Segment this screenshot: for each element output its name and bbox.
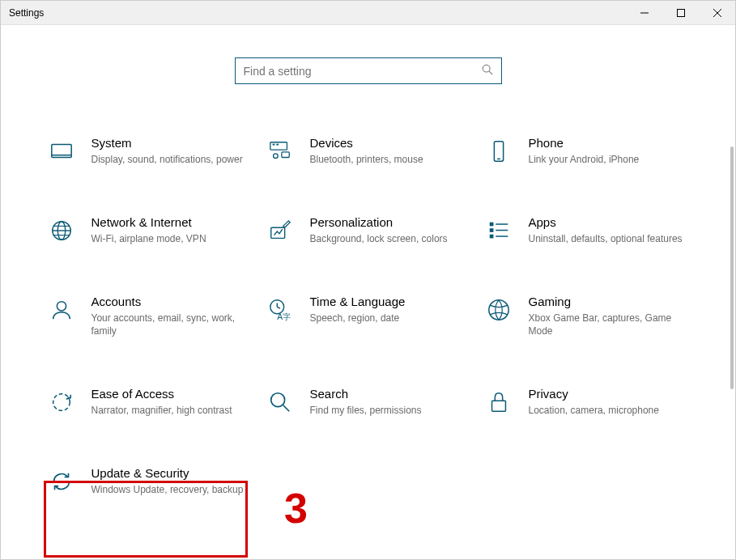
minimize-button[interactable]	[626, 1, 662, 24]
svg-line-5	[489, 71, 492, 74]
search-category-icon	[266, 388, 294, 416]
svg-point-10	[273, 154, 278, 159]
item-desc: Background, lock screen, colors	[310, 232, 470, 246]
item-title: Privacy	[529, 387, 689, 401]
item-title: Ease of Access	[91, 387, 252, 401]
settings-item-search[interactable]: Search Find my files, permissions	[263, 384, 474, 421]
network-icon	[48, 217, 75, 244]
window-controls	[626, 1, 735, 24]
settings-item-accounts[interactable]: Accounts Your accounts, email, sync, wor…	[45, 291, 255, 342]
settings-grid: System Display, sound, notifications, po…	[49, 133, 687, 500]
item-title: Personalization	[310, 215, 470, 229]
apps-icon	[485, 217, 513, 244]
svg-line-34	[66, 398, 70, 400]
item-title: Search	[310, 387, 470, 401]
search-box[interactable]	[235, 57, 502, 84]
settings-item-network[interactable]: Network & Internet Wi-Fi, airplane mode,…	[45, 212, 255, 249]
settings-item-privacy[interactable]: Privacy Location, camera, microphone	[482, 384, 692, 421]
settings-item-system[interactable]: System Display, sound, notifications, po…	[45, 133, 255, 170]
update-security-icon	[48, 468, 75, 495]
item-title: Accounts	[91, 295, 252, 308]
svg-rect-22	[489, 228, 493, 232]
item-desc: Your accounts, email, sync, work, family	[91, 312, 252, 339]
window-title: Settings	[9, 7, 44, 19]
item-title: Devices	[310, 136, 470, 150]
content-area: System Display, sound, notifications, po…	[1, 25, 735, 559]
settings-item-devices[interactable]: Devices Bluetooth, printers, mouse	[263, 133, 474, 170]
svg-text:A字: A字	[277, 312, 291, 321]
settings-item-gaming[interactable]: Gaming Xbox Game Bar, captures, Game Mod…	[482, 291, 692, 342]
item-desc: Wi-Fi, airplane mode, VPN	[91, 232, 252, 246]
svg-point-33	[53, 394, 70, 411]
gaming-icon	[485, 296, 513, 324]
item-desc: Uninstall, defaults, optional features	[529, 232, 689, 246]
item-title: Gaming	[529, 295, 689, 308]
item-desc: Speech, region, date	[310, 312, 470, 325]
accounts-icon	[48, 296, 75, 324]
item-title: Network & Internet	[91, 215, 252, 229]
svg-rect-1	[677, 9, 684, 16]
settings-item-personalization[interactable]: Personalization Background, lock screen,…	[263, 212, 474, 249]
item-desc: Xbox Game Bar, captures, Game Mode	[529, 312, 689, 339]
item-title: Apps	[529, 215, 689, 229]
item-desc: Location, camera, microphone	[529, 404, 689, 418]
svg-rect-11	[272, 144, 274, 146]
personalization-icon	[266, 217, 294, 244]
item-title: Update & Security	[91, 466, 252, 480]
titlebar: Settings	[1, 1, 735, 25]
svg-rect-23	[489, 234, 493, 238]
svg-rect-9	[281, 152, 288, 158]
svg-rect-21	[489, 222, 493, 226]
item-desc: Narrator, magnifier, high contrast	[91, 404, 252, 418]
settings-item-ease-of-access[interactable]: Ease of Access Narrator, magnifier, high…	[45, 384, 255, 421]
settings-item-phone[interactable]: Phone Link your Android, iPhone	[482, 133, 692, 170]
settings-item-time-language[interactable]: A字 Time & Language Speech, region, date	[263, 291, 474, 342]
settings-item-update-security[interactable]: Update & Security Windows Update, recove…	[45, 463, 255, 500]
close-button[interactable]	[699, 1, 735, 24]
system-icon	[48, 138, 75, 165]
devices-icon	[266, 138, 294, 165]
privacy-icon	[485, 388, 513, 416]
svg-line-30	[277, 307, 280, 308]
phone-icon	[485, 138, 513, 165]
item-desc: Find my files, permissions	[310, 404, 470, 418]
item-title: Phone	[529, 136, 689, 150]
svg-point-4	[483, 65, 490, 72]
item-desc: Display, sound, notifications, power	[91, 153, 252, 167]
svg-point-35	[270, 393, 284, 407]
time-language-icon: A字	[266, 296, 294, 324]
ease-of-access-icon	[48, 388, 75, 416]
item-desc: Link your Android, iPhone	[529, 153, 689, 167]
item-title: Time & Language	[310, 295, 470, 308]
svg-line-36	[283, 405, 289, 412]
item-title: System	[91, 136, 252, 150]
search-icon	[482, 64, 493, 78]
svg-rect-8	[270, 142, 287, 150]
settings-item-apps[interactable]: Apps Uninstall, defaults, optional featu…	[482, 212, 692, 249]
maximize-button[interactable]	[662, 1, 699, 24]
search-input[interactable]	[244, 65, 482, 78]
svg-rect-37	[491, 401, 505, 411]
svg-rect-12	[276, 144, 279, 146]
scrollbar-thumb[interactable]	[730, 146, 734, 389]
svg-rect-13	[494, 142, 503, 161]
svg-point-27	[57, 301, 66, 310]
item-desc: Bluetooth, printers, mouse	[310, 153, 470, 167]
svg-point-32	[488, 299, 508, 319]
item-desc: Windows Update, recovery, backup	[91, 483, 252, 497]
